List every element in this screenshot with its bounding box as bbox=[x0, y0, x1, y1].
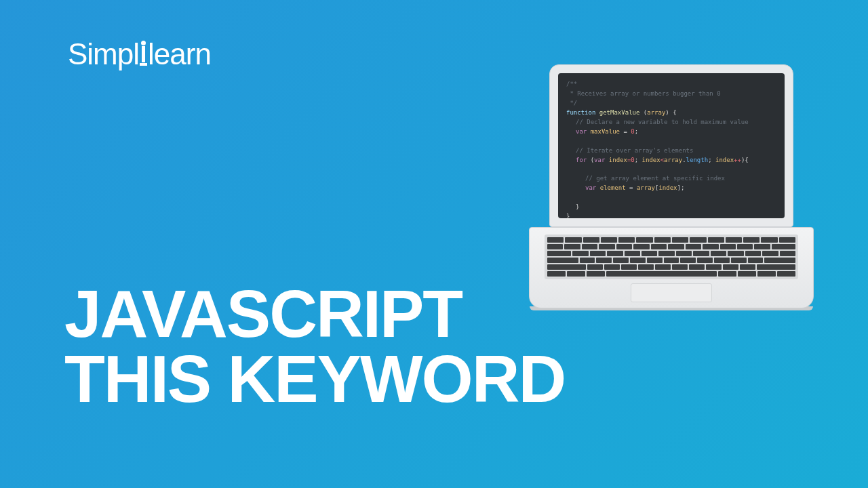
laptop-screen: /** * Receives array or numbers bugger t… bbox=[558, 73, 785, 218]
trackpad-icon bbox=[631, 283, 712, 302]
laptop-illustration: /** * Receives array or numbers bugger t… bbox=[529, 64, 814, 308]
brand-text-2: learn bbox=[148, 37, 211, 71]
main-title: JAVASCRIPT THIS KEYWORD bbox=[64, 281, 565, 411]
title-line-1: JAVASCRIPT bbox=[64, 281, 565, 346]
brand-i-icon bbox=[140, 41, 147, 66]
laptop-deck bbox=[529, 227, 814, 308]
keyboard-icon bbox=[545, 235, 798, 279]
title-line-2: THIS KEYWORD bbox=[64, 346, 565, 411]
brand-logo: Simpl learn bbox=[68, 37, 211, 71]
laptop-lid: /** * Receives array or numbers bugger t… bbox=[549, 64, 793, 227]
brand-text-1: Simpl bbox=[68, 37, 139, 71]
